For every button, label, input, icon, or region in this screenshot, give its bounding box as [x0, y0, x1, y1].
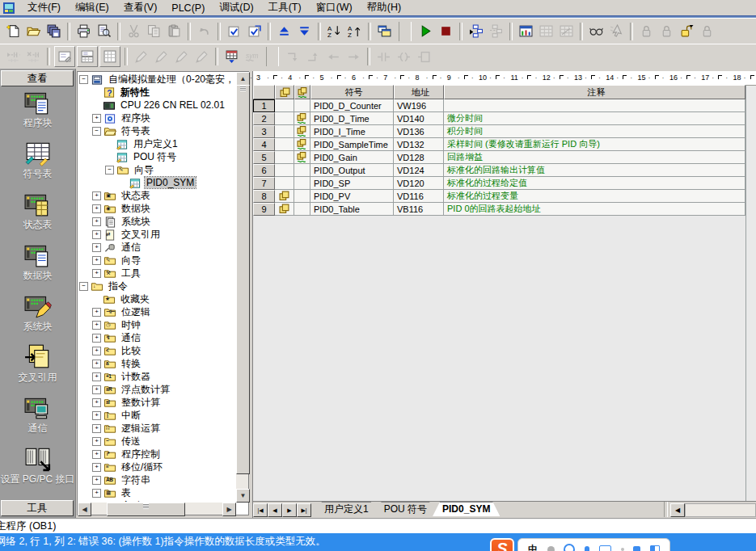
expand-toggle[interactable]: +: [92, 256, 101, 265]
view-ladder-button[interactable]: [54, 46, 75, 67]
tree-item-label[interactable]: 数据块: [120, 202, 152, 216]
tree-item-label[interactable]: 中断: [120, 409, 142, 423]
row-header[interactable]: 9: [253, 203, 275, 216]
row-header[interactable]: 6: [253, 164, 275, 177]
tree-item-label[interactable]: 程序控制: [120, 448, 162, 461]
expand-toggle[interactable]: +: [92, 450, 101, 459]
expand-toggle[interactable]: +: [92, 463, 101, 472]
collapse-toggle[interactable]: −: [79, 282, 88, 291]
scroll-right-button[interactable]: ▶: [222, 503, 236, 516]
compile-button[interactable]: [224, 21, 244, 41]
row-header[interactable]: 7: [253, 177, 275, 190]
tree-item-label[interactable]: 程序块: [120, 111, 152, 125]
symbol-cell[interactable]: PID0_Table: [310, 203, 394, 216]
first-sheet-button[interactable]: |◀: [253, 503, 268, 517]
sheet-tab-1[interactable]: 用户定义1: [315, 502, 378, 516]
collapse-toggle[interactable]: −: [79, 75, 88, 84]
tree-item-label[interactable]: 向导: [133, 163, 155, 177]
expand-toggle[interactable]: +: [92, 114, 101, 123]
defined-marker-cell[interactable]: [275, 190, 294, 203]
tree-item-label[interactable]: 移位/循环: [120, 461, 164, 474]
expand-toggle[interactable]: +: [92, 347, 101, 355]
tree-item[interactable]: +<比较: [78, 344, 235, 357]
tree-item-label[interactable]: 浮点数计算: [120, 383, 171, 397]
expand-toggle[interactable]: +: [92, 476, 101, 485]
address-cell[interactable]: VD140: [394, 112, 444, 125]
ime-skin-icon[interactable]: [633, 546, 640, 551]
sidebar-item-xref[interactable]: 交叉引用: [0, 343, 75, 393]
tree-item-label[interactable]: 定时器: [120, 499, 152, 503]
used-marker-cell[interactable]: [294, 125, 310, 138]
tree-item[interactable]: +程序块: [78, 111, 235, 124]
comment-cell[interactable]: 标准化的过程变量: [444, 190, 745, 203]
tree-item[interactable]: +↱程序控制: [78, 448, 235, 461]
tools-bar-button[interactable]: 工具: [1, 500, 74, 516]
expand-toggle[interactable]: +: [92, 424, 101, 433]
menu-tools[interactable]: 工具(T): [261, 0, 309, 15]
tree-item[interactable]: +±R浮点数计算: [78, 383, 235, 396]
tree-item[interactable]: +▦表: [78, 486, 235, 499]
comment-cell[interactable]: 积分时间: [444, 125, 745, 138]
expand-toggle[interactable]: +: [92, 321, 101, 330]
defined-marker-cell[interactable]: [275, 177, 294, 190]
tree-item-label[interactable]: 系统块: [120, 215, 152, 229]
tree-item[interactable]: +∷逻辑运算: [78, 422, 235, 435]
comment-cell[interactable]: 回路增益: [444, 151, 745, 164]
tree-item[interactable]: +a转换: [78, 357, 235, 370]
symbol-cell[interactable]: PID0_D_Time: [310, 112, 394, 125]
tree-item-label[interactable]: CPU 226 CN REL 02.01: [119, 99, 226, 111]
expand-toggle[interactable]: +: [92, 269, 101, 278]
symbol-cell[interactable]: PID0_SampleTime: [310, 138, 394, 151]
tree-item-label[interactable]: 位逻辑: [120, 305, 152, 319]
expand-toggle[interactable]: +: [92, 308, 101, 317]
sidebar-item-data[interactable]: 数据块: [0, 241, 75, 292]
used-marker-cell[interactable]: [294, 112, 310, 125]
tree-item[interactable]: +±I整数计算: [78, 396, 235, 409]
ime-logo[interactable]: S: [490, 538, 514, 551]
upload-button[interactable]: [274, 21, 294, 41]
menu-debug[interactable]: 调试(D): [212, 0, 260, 15]
unlock-button[interactable]: [677, 21, 697, 41]
tree-item-label[interactable]: 自编模拟量处理（0-20毫安，: [107, 73, 235, 86]
expand-toggle[interactable]: +: [92, 334, 101, 343]
expand-toggle[interactable]: +: [92, 398, 101, 407]
tree-item-label[interactable]: 转换: [120, 357, 142, 371]
ime-keyboard-icon[interactable]: [599, 545, 611, 551]
stop-button[interactable]: [436, 21, 456, 41]
tree-item[interactable]: +⊣⊢位逻辑: [78, 305, 235, 318]
menu-help[interactable]: 帮助(H): [360, 0, 408, 15]
expand-toggle[interactable]: +: [92, 191, 101, 200]
tree-item-label[interactable]: 传送: [120, 435, 142, 448]
options-button[interactable]: [374, 21, 395, 41]
sidebar-item-system[interactable]: 系统块: [0, 292, 75, 343]
chart-status-button[interactable]: [516, 21, 536, 41]
expand-toggle[interactable]: +: [92, 502, 101, 503]
symbol-cell[interactable]: PID0_PV: [310, 190, 394, 203]
tree-item[interactable]: −符号表: [78, 124, 235, 137]
tree-item-label[interactable]: 向导: [120, 254, 142, 267]
tree-item[interactable]: −自编模拟量处理（0-20毫安，: [78, 73, 235, 86]
expand-toggle[interactable]: +: [92, 217, 101, 226]
tree-item-label[interactable]: 符号表: [120, 124, 152, 138]
defined-marker-cell[interactable]: [275, 203, 294, 216]
prev-sheet-button[interactable]: ◀: [268, 503, 282, 517]
symbol-cell[interactable]: PID0_Output: [310, 164, 394, 177]
comment-cell[interactable]: 标准化的过程给定值: [444, 177, 745, 190]
open-project-button[interactable]: [23, 21, 44, 41]
tree-item[interactable]: −↓指令: [78, 280, 235, 292]
comment-cell[interactable]: 采样时间 (要修改请重新运行 PID 向导): [444, 138, 745, 151]
new-project-button[interactable]: [3, 21, 23, 41]
used-marker-cell[interactable]: [294, 138, 310, 151]
tree-horizontal-scrollbar[interactable]: ◀ ▶: [78, 503, 236, 515]
tree-item-label[interactable]: 计数器: [120, 370, 152, 384]
row-header[interactable]: 1: [253, 99, 275, 112]
defined-marker-cell[interactable]: [275, 164, 294, 177]
tree-item-label[interactable]: 交叉引用: [120, 228, 162, 242]
row-header[interactable]: 8: [253, 190, 275, 203]
tree-item[interactable]: CPU 226 CN REL 02.01: [78, 99, 235, 111]
address-cell[interactable]: VD136: [394, 125, 444, 138]
used-marker-cell[interactable]: [294, 99, 310, 112]
ime-emoji-icon[interactable]: [564, 544, 575, 551]
print-button[interactable]: [74, 21, 94, 41]
table-scroll-left-button[interactable]: ◀: [670, 503, 685, 517]
